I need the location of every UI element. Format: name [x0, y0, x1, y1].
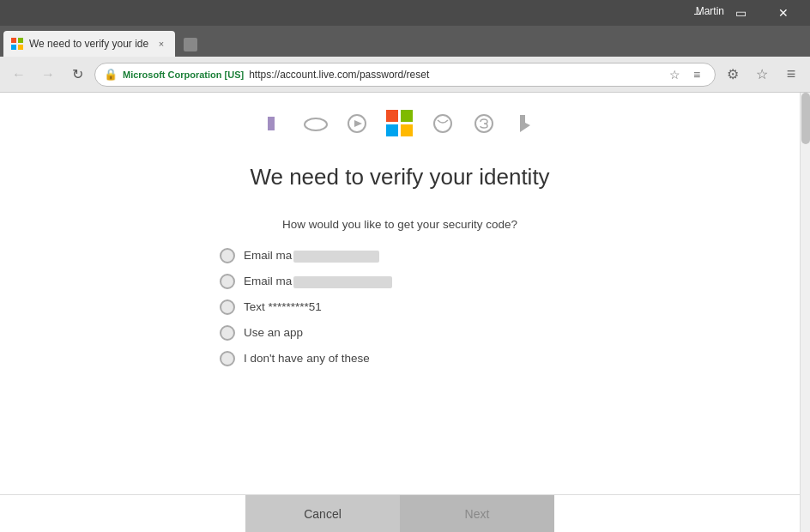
- scrollbar[interactable]: [800, 93, 810, 532]
- xbox-icon: [431, 112, 455, 136]
- settings-icon[interactable]: ≡: [779, 63, 803, 87]
- ssl-badge: Microsoft Corporation [US]: [123, 70, 244, 80]
- option-label-3: Text *********51: [244, 300, 322, 313]
- list-item: Text *********51: [220, 299, 580, 315]
- options-list: Email ma Email ma Text *********51 Use a…: [220, 248, 580, 366]
- list-item: Email ma: [220, 248, 580, 263]
- address-box[interactable]: 🔒 Microsoft Corporation [US] https://acc…: [94, 63, 716, 87]
- new-tab-button[interactable]: [178, 33, 202, 57]
- list-item: Use an app: [220, 325, 580, 341]
- radio-option-4[interactable]: [220, 325, 235, 341]
- address-bar: ← → ↻ 🔒 Microsoft Corporation [US] https…: [0, 57, 810, 93]
- skype-icon: [472, 112, 496, 136]
- masked-value-2: [293, 276, 392, 288]
- option-label-4: Use an app: [244, 326, 303, 339]
- onedrive-icon: [304, 112, 328, 136]
- titlebar-username: Martin: [696, 5, 724, 17]
- close-button[interactable]: ✕: [764, 0, 803, 26]
- ms-logo: [386, 110, 414, 137]
- bottom-bar: Cancel Next: [0, 494, 800, 532]
- option-label-1: Email ma: [244, 249, 379, 262]
- onenote-icon: [263, 112, 287, 136]
- radio-option-1[interactable]: [220, 248, 235, 263]
- refresh-button[interactable]: ↻: [65, 63, 89, 87]
- radio-option-3[interactable]: [220, 299, 235, 315]
- list-item: I don't have any of these: [220, 351, 580, 366]
- svg-rect-0: [184, 38, 197, 51]
- active-tab[interactable]: We need to verify your ide ×: [3, 31, 175, 57]
- star-icon[interactable]: ☆: [665, 65, 684, 84]
- security-question: How would you like to get your security …: [282, 218, 517, 231]
- menu-icon[interactable]: ≡: [687, 65, 706, 84]
- option-label-2: Email ma: [244, 275, 392, 287]
- browser-content: We need to verify your identity How woul…: [0, 93, 810, 532]
- extensions-icon[interactable]: ⚙: [721, 63, 745, 87]
- tab-close-button[interactable]: ×: [154, 37, 168, 51]
- bing-icon: [513, 112, 537, 136]
- page-area: We need to verify your identity How woul…: [0, 93, 800, 532]
- radio-option-2[interactable]: [220, 274, 235, 289]
- tab-favicon: [10, 37, 24, 51]
- back-button[interactable]: ←: [7, 63, 31, 87]
- scrollbar-thumb[interactable]: [801, 93, 810, 144]
- forward-button[interactable]: →: [36, 63, 60, 87]
- bookmark-icon[interactable]: ☆: [750, 63, 774, 87]
- restore-button[interactable]: ▭: [721, 0, 760, 26]
- svg-point-5: [434, 115, 451, 132]
- next-button[interactable]: Next: [400, 495, 554, 532]
- svg-marker-4: [354, 120, 362, 127]
- radio-option-5[interactable]: [220, 351, 235, 366]
- page-title: We need to verify your identity: [250, 163, 549, 192]
- page-content: We need to verify your identity How woul…: [125, 146, 674, 392]
- option-label-5: I don't have any of these: [244, 352, 370, 365]
- titlebar: Martin – ▭ ✕: [0, 0, 810, 26]
- skype-video-icon: [345, 112, 369, 136]
- tabbar: We need to verify your ide ×: [0, 26, 810, 57]
- tab-label: We need to verify your ide: [29, 38, 149, 50]
- masked-value-1: [293, 251, 379, 263]
- address-url: https://account.live.com/password/reset: [249, 69, 660, 81]
- cancel-button[interactable]: Cancel: [245, 495, 400, 532]
- ms-icons-bar: [0, 93, 800, 146]
- svg-point-2: [305, 118, 327, 130]
- list-item: Email ma: [220, 274, 580, 289]
